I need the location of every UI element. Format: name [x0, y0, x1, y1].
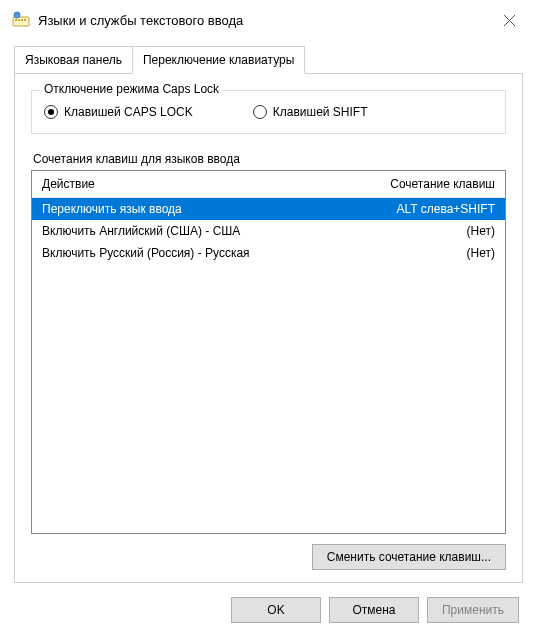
svg-rect-2: [18, 19, 20, 21]
tab-switch-keyboard[interactable]: Переключение клавиатуры: [132, 46, 305, 74]
row-key: (Нет): [355, 224, 495, 238]
close-icon: [503, 14, 516, 27]
radio-capslock-label: Клавишей CAPS LOCK: [64, 105, 193, 119]
row-key: ALT слева+SHIFT: [355, 202, 495, 216]
cancel-button[interactable]: Отмена: [329, 597, 419, 623]
hotkeys-listbox: Действие Сочетание клавиш Переключить яз…: [31, 170, 506, 534]
header-action: Действие: [42, 177, 355, 191]
row-action: Включить Английский (США) - США: [42, 224, 355, 238]
svg-rect-1: [15, 19, 17, 21]
list-header: Действие Сочетание клавиш: [32, 171, 505, 198]
svg-point-5: [14, 12, 20, 18]
tab-row: Языковая панель Переключение клавиатуры: [14, 46, 523, 74]
list-body: Переключить язык вводаALT слева+SHIFTВкл…: [32, 198, 505, 533]
app-icon: [12, 11, 30, 29]
list-row[interactable]: Переключить язык вводаALT слева+SHIFT: [32, 198, 505, 220]
window-title: Языки и службы текстового ввода: [38, 13, 493, 28]
radio-shift[interactable]: Клавишей SHIFT: [253, 105, 368, 119]
tab-panel: Отключение режима Caps Lock Клавишей CAP…: [14, 73, 523, 583]
svg-rect-0: [13, 17, 29, 26]
row-action: Переключить язык ввода: [42, 202, 355, 216]
close-button[interactable]: [493, 4, 525, 36]
titlebar: Языки и службы текстового ввода: [0, 0, 537, 40]
content-area: Языковая панель Переключение клавиатуры …: [0, 40, 537, 583]
capslock-group: Отключение режима Caps Lock Клавишей CAP…: [31, 90, 506, 134]
apply-button[interactable]: Применить: [427, 597, 519, 623]
svg-rect-3: [21, 19, 23, 21]
list-row[interactable]: Включить Русский (Россия) - Русская(Нет): [32, 242, 505, 264]
ok-button[interactable]: OK: [231, 597, 321, 623]
radio-icon: [253, 105, 267, 119]
list-row[interactable]: Включить Английский (США) - США(Нет): [32, 220, 505, 242]
radio-capslock[interactable]: Клавишей CAPS LOCK: [44, 105, 193, 119]
change-hotkey-button[interactable]: Сменить сочетание клавиш...: [312, 544, 506, 570]
hotkeys-label: Сочетания клавиш для языков ввода: [31, 152, 506, 166]
radio-shift-label: Клавишей SHIFT: [273, 105, 368, 119]
row-key: (Нет): [355, 246, 495, 260]
header-key: Сочетание клавиш: [355, 177, 495, 191]
dialog-window: Языки и службы текстового ввода Языковая…: [0, 0, 537, 639]
capslock-legend: Отключение режима Caps Lock: [40, 82, 223, 96]
tab-language-bar[interactable]: Языковая панель: [14, 46, 133, 74]
change-button-row: Сменить сочетание клавиш...: [31, 534, 506, 570]
svg-rect-4: [24, 19, 26, 21]
radio-row: Клавишей CAPS LOCK Клавишей SHIFT: [44, 105, 493, 119]
radio-icon: [44, 105, 58, 119]
footer-buttons: OK Отмена Применить: [0, 583, 537, 639]
row-action: Включить Русский (Россия) - Русская: [42, 246, 355, 260]
